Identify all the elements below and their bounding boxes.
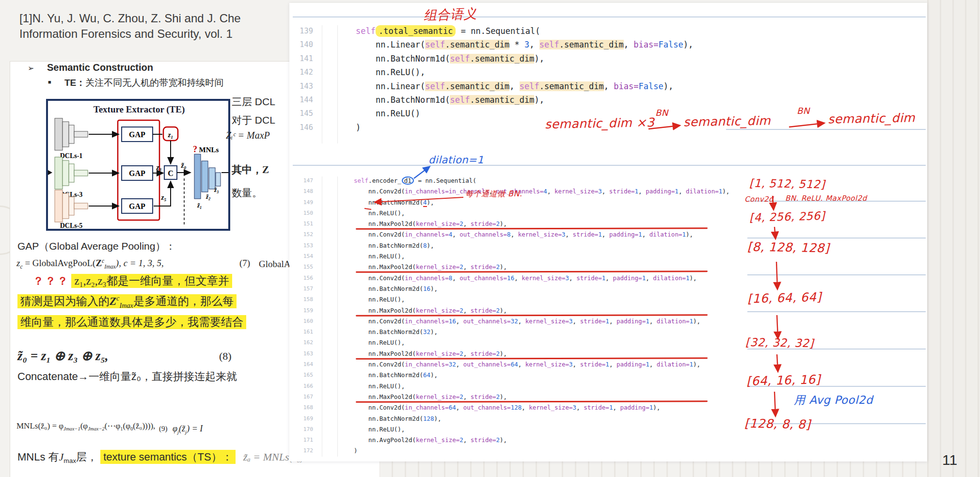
line-number: 156 bbox=[291, 273, 326, 284]
zt2-label: z̃₂ bbox=[205, 193, 211, 200]
bottom-pre: MNLs 有 bbox=[17, 451, 59, 463]
code-line: 160 nn.Conv2d(in_channels=16, out_channe… bbox=[291, 316, 747, 327]
eq7-Z-sub: Imax bbox=[104, 264, 116, 270]
z3-label: z₃ bbox=[156, 163, 161, 171]
line-number: 151 bbox=[291, 219, 326, 229]
handwriting-flow-bn2: BN bbox=[797, 106, 810, 116]
code-text: nn.Linear(self.semantic_dim * 3, self.se… bbox=[326, 38, 693, 51]
code-line: 169 nn.BatchNorm2d(128), bbox=[291, 413, 747, 424]
eq9-d: (φ bbox=[123, 421, 130, 430]
texture-semantics-highlight: texture semantics（TS）： bbox=[100, 450, 236, 464]
texture-extractor-diagram[interactable]: Texture Extractor (TE) DCLs-1 DCLs-3 DCL… bbox=[46, 99, 230, 233]
bullet-square-icon: ■ bbox=[48, 79, 51, 85]
hl2-a: 猜测是因为输入的 bbox=[20, 295, 110, 307]
code-text: nn.ReLU(), bbox=[326, 65, 425, 79]
eq8-number: (8) bbox=[219, 350, 232, 363]
tensor-shape-3: [8, 128, 128] bbox=[747, 240, 830, 255]
code-line: 167 nn.MaxPool2d(kernel_size=2, stride=2… bbox=[291, 392, 747, 402]
code-line: 164 nn.Conv2d(in_channels=32, out_channe… bbox=[291, 359, 747, 370]
code-line: 157 nn.BatchNorm2d(16), bbox=[291, 284, 747, 294]
z0-label: z̃₀ bbox=[180, 161, 186, 169]
line-number: 152 bbox=[291, 229, 326, 240]
side-note-5: 数量。 bbox=[232, 186, 262, 200]
te-bullet-line: TE：关注不同无人机的带宽和持续时间 bbox=[64, 77, 223, 89]
code-text: nn.Conv2d(in_channels=32, out_channels=6… bbox=[326, 359, 700, 370]
code-line: 172) bbox=[291, 445, 747, 456]
indent-guide bbox=[337, 25, 338, 143]
handwriting-step-ops: BN. ReLU. MaxPool2d bbox=[785, 194, 867, 203]
question-marks: ？？？ bbox=[33, 275, 69, 287]
side-note-1: 三层 DCL bbox=[232, 95, 275, 109]
line-number: 163 bbox=[291, 349, 326, 359]
line-number: 164 bbox=[291, 359, 326, 370]
eq9-e: (z̃₀)))), bbox=[133, 421, 155, 430]
eq9-f3: ) = I bbox=[187, 424, 203, 433]
code-line: 155 nn.MaxPool2d(kernel_size=2, stride=2… bbox=[291, 262, 747, 272]
eq9-a: MNLs(z̃₀) = φ bbox=[16, 421, 63, 430]
code-text: nn.BatchNorm1d(self.semantic_dim), bbox=[326, 52, 544, 65]
line-number: 145 bbox=[291, 107, 326, 120]
question-mark: ? bbox=[193, 144, 197, 154]
citation: [1]N. Yu, J. Wu, C. Zhou, Z. Shi and J. … bbox=[19, 11, 241, 42]
bottom-ceng: 层， bbox=[76, 451, 97, 463]
eq7-mid: = GlobalAvgPooL( bbox=[23, 258, 96, 268]
eq7-number: (7) bbox=[239, 258, 250, 269]
code-line: 168 nn.Conv2d(in_channels=64, out_channe… bbox=[291, 402, 747, 413]
handwriting-step-conv: Conv2d bbox=[744, 195, 774, 204]
line-number: 159 bbox=[291, 305, 326, 316]
code-line: 142 nn.ReLU(), bbox=[291, 65, 726, 79]
dcls1-label: DCLs-1 bbox=[60, 152, 83, 159]
code-text: ) bbox=[326, 445, 358, 456]
diagram-title: Texture Extractor (TE) bbox=[94, 104, 185, 115]
line-number: 139 bbox=[291, 24, 326, 38]
code-text: nn.MaxPool2d(kernel_size=2, stride=2), bbox=[326, 392, 507, 402]
tensor-shape-2: [4, 256, 256] bbox=[749, 209, 825, 224]
code-text: nn.BatchNorm2d(32), bbox=[326, 327, 438, 337]
code-text: nn.MaxPool2d(kernel_size=2, stride=2), bbox=[326, 349, 507, 359]
line-number: 154 bbox=[291, 251, 326, 262]
equation-9: MNLs(z̃₀) = φJmax−1(φJmax−2(⋯φ1(φ0(z̃₀))… bbox=[16, 421, 155, 431]
code-text: nn.BatchNorm2d(16), bbox=[326, 284, 438, 294]
tensor-shape-7: [128, 8, 8] bbox=[744, 416, 811, 431]
mnls-label: MNLs bbox=[199, 146, 219, 154]
z5-label: z₅ bbox=[160, 193, 166, 201]
highlight-line2: 猜测是因为输入的ZcImax是多通道的，那么每 bbox=[17, 294, 237, 310]
gap-heading: GAP（Global Average Pooling）： bbox=[17, 239, 175, 253]
tensor-shape-4: [16, 64, 64] bbox=[747, 290, 822, 306]
tensor-shape-5: [32, 32, 32] bbox=[745, 336, 814, 350]
handwriting-top-note: 组合语义 bbox=[423, 5, 477, 24]
z1-label: z₁ bbox=[167, 131, 173, 139]
code-block-total-semantic[interactable]: 139self.total_semantic = nn.Sequential(1… bbox=[291, 24, 726, 134]
code-text: nn.ReLU() bbox=[326, 107, 420, 120]
line-number: 171 bbox=[291, 435, 326, 445]
line-number: 162 bbox=[291, 337, 326, 348]
code-line: 152 nn.Conv2d(in_channels=4, out_channel… bbox=[291, 229, 747, 240]
hl3-text: 维向量，那么通道数具体是多少，我需要结合 bbox=[17, 315, 246, 329]
code-line: 139self.total_semantic = nn.Sequential( bbox=[291, 24, 726, 38]
code-line: 170 nn.ReLU(), bbox=[291, 424, 747, 435]
code-text: nn.BatchNorm2d(4), bbox=[326, 197, 434, 208]
code-text: nn.BatchNorm2d(64), bbox=[326, 370, 438, 381]
gap2-box: GAP bbox=[129, 169, 145, 177]
side-note-4: 其中，Z bbox=[232, 163, 269, 176]
line-number: 155 bbox=[291, 262, 326, 272]
eq9-b: (φ bbox=[80, 421, 88, 430]
bottom-jmax: J bbox=[59, 451, 64, 463]
line-number: 168 bbox=[291, 402, 326, 413]
code-block-encoder-d1[interactable]: 147self.encoder_d1 = nn.Sequential(148 n… bbox=[291, 175, 747, 457]
eq9-f1: φ bbox=[173, 424, 177, 433]
code-text: nn.AvgPool2d(kernel_size=2, stride=2), bbox=[326, 435, 507, 445]
page-number: 11 bbox=[942, 452, 957, 468]
code-line: 166 nn.ReLU(), bbox=[291, 381, 747, 392]
eq7-fragment: GlobalA bbox=[259, 259, 290, 270]
code-text: nn.BatchNorm2d(128), bbox=[326, 413, 442, 424]
side-note-3: Zᵢᶜ = MaxP bbox=[226, 130, 270, 141]
hl2-b: 是多通道的，那么每 bbox=[133, 295, 234, 307]
equation-8: z̃₀ = z₁ ⊕ z₃ ⊕ z₅, bbox=[17, 348, 109, 364]
code-text: nn.Conv2d(in_channels=16, out_channels=3… bbox=[326, 316, 700, 327]
tensor-shape-6: [64, 16, 16] bbox=[746, 372, 821, 388]
handwriting-flow-t2: semantic_dim bbox=[683, 113, 771, 129]
code-text: nn.BatchNorm2d(8), bbox=[326, 240, 434, 251]
question-row: ？？？ z₁,z₂,z₃都是一维向量，但文章并 bbox=[33, 273, 232, 288]
line-number: 161 bbox=[291, 327, 326, 337]
